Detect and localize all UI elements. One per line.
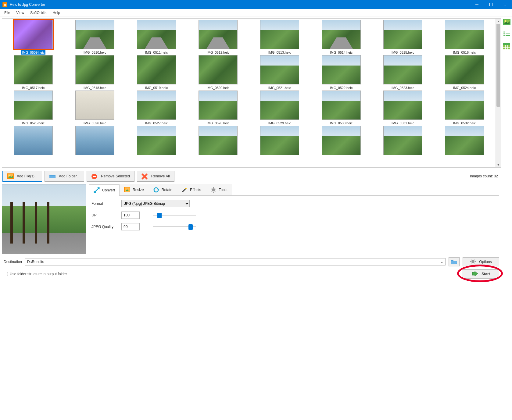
thumbnail-label: IMG_0515.heic bbox=[391, 50, 415, 55]
thumbnail-scrollbar[interactable]: ▲ ▼ bbox=[496, 19, 501, 167]
quality-slider[interactable] bbox=[153, 224, 196, 230]
thumbnail-item[interactable]: IMG_0537.heic bbox=[250, 126, 310, 155]
thumbnail-image bbox=[445, 91, 484, 120]
thumbnail-image bbox=[260, 55, 299, 84]
menubar: File View SoftOrbits Help bbox=[0, 9, 512, 16]
thumbnail-item[interactable]: IMG_0513.heic bbox=[250, 20, 310, 55]
thumbnail-item[interactable]: IMG_0534.heic bbox=[65, 126, 125, 155]
view-list-icon[interactable] bbox=[503, 31, 510, 38]
tab-convert[interactable]: Convert bbox=[89, 184, 120, 196]
thumbnail-image bbox=[75, 126, 114, 155]
thumbnail-item[interactable]: IMG_0532.heic bbox=[435, 91, 494, 125]
thumbnail-item[interactable]: IMG_0519.heic bbox=[127, 55, 186, 90]
add-files-button[interactable]: Add File(s)... bbox=[2, 171, 42, 182]
effects-icon bbox=[181, 187, 188, 193]
thumbnail-label: IMG_0518.heic bbox=[83, 86, 107, 90]
chevron-down-icon[interactable]: ⌄ bbox=[440, 260, 443, 264]
thumbnail-item[interactable]: IMG_0517.heic bbox=[3, 55, 63, 90]
browse-button[interactable] bbox=[449, 257, 460, 266]
svg-rect-46 bbox=[508, 45, 510, 47]
thumbnail-item[interactable]: IMG_0529.heic bbox=[250, 91, 310, 125]
minimize-button[interactable] bbox=[470, 0, 484, 9]
resize-icon bbox=[124, 187, 130, 193]
thumbnail-item[interactable]: IMG_0526.heic bbox=[65, 91, 125, 125]
close-button[interactable] bbox=[498, 0, 512, 9]
thumbnail-item[interactable]: IMG_0518.heic bbox=[65, 55, 125, 90]
thumbnail-item[interactable]: IMG_0512.heic bbox=[188, 20, 248, 55]
thumbnail-item[interactable]: IMG_0523.heic bbox=[373, 55, 433, 90]
thumbnail-item[interactable]: IMG_0514.heic bbox=[311, 20, 371, 55]
svg-rect-43 bbox=[503, 43, 510, 45]
tab-resize[interactable]: Resize bbox=[120, 184, 149, 195]
thumbnail-item[interactable]: IMG_0522.heic bbox=[311, 55, 371, 90]
tab-rotate[interactable]: Rotate bbox=[149, 184, 177, 195]
thumbnail-item[interactable]: IMG_0511.heic bbox=[127, 20, 186, 55]
quality-input[interactable] bbox=[121, 223, 140, 230]
destination-input[interactable]: D:\Results ⌄ bbox=[25, 258, 446, 265]
view-grid-icon[interactable] bbox=[503, 43, 510, 51]
remove-icon bbox=[91, 173, 98, 179]
use-folder-checkbox[interactable] bbox=[4, 272, 8, 276]
scroll-up-icon[interactable]: ▲ bbox=[496, 19, 501, 24]
svg-rect-49 bbox=[508, 48, 510, 49]
thumbnail-item[interactable]: IMG_0540.heic bbox=[435, 126, 494, 155]
thumbnail-item[interactable]: IMG_0524.heic bbox=[435, 55, 494, 90]
view-strip bbox=[501, 16, 512, 420]
thumbnail-item[interactable]: IMG_0509.heic bbox=[3, 20, 63, 55]
svg-point-6 bbox=[9, 175, 10, 176]
thumbnail-item[interactable]: IMG_0528.heic bbox=[188, 91, 248, 125]
thumbnail-item[interactable]: IMG_0516.heic bbox=[435, 20, 494, 55]
thumbnail-item[interactable]: IMG_0533.heic bbox=[3, 126, 63, 155]
preview-image bbox=[2, 184, 86, 254]
menu-file[interactable]: File bbox=[1, 10, 13, 16]
menu-view[interactable]: View bbox=[13, 10, 27, 16]
remove-selected-button[interactable]: Remove Selected bbox=[87, 171, 134, 182]
thumbnail-item[interactable]: IMG_0521.heic bbox=[250, 55, 310, 90]
thumbnail-item[interactable]: IMG_0535.heic bbox=[127, 126, 186, 155]
thumbnail-image bbox=[199, 55, 238, 84]
thumbnail-item[interactable]: IMG_0530.heic bbox=[311, 91, 371, 125]
tab-effects[interactable]: Effects bbox=[177, 184, 206, 195]
thumbnail-label: IMG_0524.heic bbox=[452, 86, 477, 90]
add-folder-button[interactable]: Add Folder... bbox=[45, 171, 84, 182]
dpi-input[interactable] bbox=[121, 212, 140, 219]
thumbnail-image bbox=[75, 91, 114, 120]
scroll-down-icon[interactable]: ▼ bbox=[496, 162, 501, 167]
thumbnail-image bbox=[322, 91, 361, 120]
thumbnail-item[interactable]: IMG_0527.heic bbox=[127, 91, 186, 125]
menu-help[interactable]: Help bbox=[50, 10, 63, 16]
dpi-slider[interactable] bbox=[153, 212, 196, 218]
menu-softorbits[interactable]: SoftOrbits bbox=[27, 10, 49, 16]
remove-selected-label: Remove Selected bbox=[101, 174, 130, 178]
thumbnail-item[interactable]: IMG_0525.heic bbox=[3, 91, 63, 125]
svg-line-21 bbox=[215, 191, 215, 192]
remove-all-icon bbox=[141, 173, 148, 179]
thumbnail-item[interactable]: IMG_0538.heic bbox=[311, 126, 371, 155]
maximize-button[interactable] bbox=[484, 0, 498, 9]
folder-icon bbox=[49, 173, 56, 179]
svg-line-29 bbox=[471, 260, 472, 260]
view-thumbnails-icon[interactable] bbox=[503, 19, 510, 26]
thumbnail-item[interactable]: IMG_0510.heic bbox=[65, 20, 125, 55]
remove-all-label: Remove All bbox=[151, 174, 170, 178]
svg-line-22 bbox=[215, 188, 215, 189]
thumbnail-item[interactable]: IMG_0536.heic bbox=[188, 126, 248, 155]
add-files-icon bbox=[7, 173, 14, 179]
thumbnail-item[interactable]: IMG_0515.heic bbox=[373, 20, 433, 55]
thumbnail-item[interactable]: IMG_0520.heic bbox=[188, 55, 248, 90]
tab-tools[interactable]: Tools bbox=[206, 184, 232, 195]
dpi-label: DPI bbox=[91, 213, 117, 217]
thumbnail-item[interactable]: IMG_0531.heic bbox=[373, 91, 433, 125]
svg-rect-44 bbox=[503, 45, 505, 47]
thumbnail-item[interactable]: IMG_0539.heic bbox=[373, 126, 433, 155]
start-button[interactable]: Start bbox=[463, 269, 499, 279]
app-icon: ▦ bbox=[2, 2, 7, 7]
svg-line-31 bbox=[474, 260, 475, 260]
svg-point-24 bbox=[471, 260, 474, 263]
svg-rect-1 bbox=[490, 3, 492, 6]
thumbnail-image bbox=[75, 55, 114, 84]
titlebar: ▦ Heic to Jpg Converter bbox=[0, 0, 512, 9]
remove-all-button[interactable]: Remove All bbox=[137, 171, 174, 182]
options-button[interactable]: Options bbox=[463, 257, 499, 266]
format-select[interactable]: JPG (*.jpg) JPEG Bitmap bbox=[121, 200, 190, 207]
